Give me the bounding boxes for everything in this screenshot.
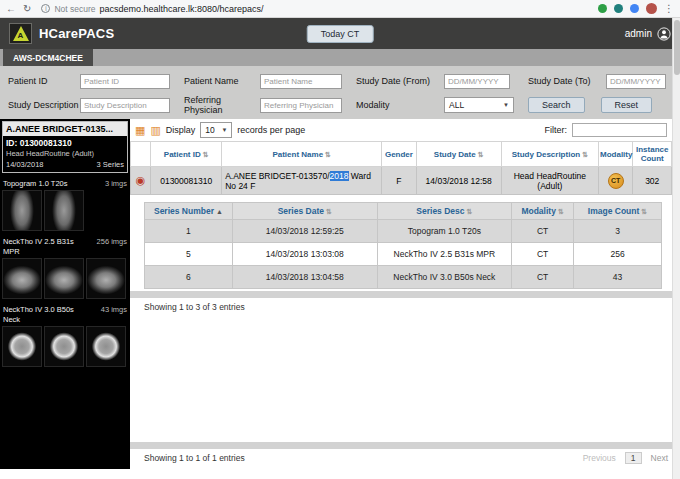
studies-col-instance-count[interactable]: Instance Count (633, 142, 672, 167)
study-date: 14/03/2018 12:58 (416, 167, 501, 195)
thumbnail-sidebar: A.ANEE BRIDGET-0135... ID: 01300081310 H… (0, 119, 130, 469)
series-thumbnail[interactable] (86, 326, 126, 367)
sort-icon: ⇅ (467, 208, 473, 215)
referring-physician-input[interactable] (260, 98, 342, 113)
next-page-button[interactable]: Next (651, 453, 668, 463)
series-date: 14/03/2018 13:04:58 (232, 266, 377, 289)
study-date-from-input[interactable] (444, 74, 510, 89)
studies-footer: Showing 1 to 1 of 1 entries Previous 1 N… (130, 449, 672, 469)
reset-button[interactable]: Reset (601, 97, 653, 113)
series-col-modality[interactable]: Modality⇅ (512, 203, 574, 220)
sort-icon: ⇅ (326, 208, 332, 215)
series-group-count: 3 imgs (105, 179, 127, 188)
series-thumbnail[interactable] (86, 258, 126, 299)
page-size-select[interactable]: 10 ▼ (200, 122, 232, 138)
extension-icon[interactable] (614, 4, 623, 13)
info-icon[interactable]: i (41, 4, 50, 13)
studies-col-modality[interactable]: Modality (599, 142, 633, 167)
series-col-desc[interactable]: Series Desc⇅ (377, 203, 511, 220)
patient-card-study-description: Head HeadRoutine (Adult) (6, 149, 124, 158)
series-table-row[interactable]: 514/03/2018 13:03:08NeckTho IV 2.5 B31s … (145, 243, 662, 266)
series-group-name: Topogram 1.0 T20s (3, 179, 67, 188)
modality-select[interactable]: ALL ▼ (444, 97, 514, 113)
series-thumbnail[interactable] (2, 326, 42, 367)
browser-chrome: ← ↻ i Not secure pacsdemo.healthcare.lk:… (0, 0, 680, 18)
record-icon[interactable]: ◉ (136, 174, 146, 186)
dropdown-caret-icon: ▼ (221, 127, 227, 133)
extension-icon[interactable] (598, 4, 607, 13)
search-button[interactable]: Search (528, 97, 585, 113)
browser-menu-icon[interactable]: ⋮ (664, 4, 674, 14)
url-text[interactable]: pacsdemo.healthcare.lk:8080/hcarepacs/ (100, 4, 264, 14)
series-thumbnail[interactable] (2, 258, 42, 299)
horizontal-scrollbar[interactable] (130, 291, 672, 298)
logo-letter: A (18, 31, 24, 40)
series-table-row[interactable]: 114/03/2018 12:59:25Topogram 1.0 T20sCT3 (145, 220, 662, 243)
series-thumbnail-groups: Topogram 1.0 T20s3 imgsNeckTho IV 2.5 B3… (2, 179, 128, 367)
series-number: 1 (145, 220, 233, 243)
studies-col-patient-id[interactable]: Patient ID⇅ (151, 142, 222, 167)
series-thumbnail[interactable] (44, 326, 84, 367)
sort-icon: ⇅ (203, 151, 209, 158)
series-image-count: 3 (574, 220, 662, 243)
patient-name-input[interactable] (260, 74, 342, 89)
studies-col-study-date[interactable]: Study Date⇅ (416, 142, 501, 167)
series-col-date[interactable]: Series Date⇅ (232, 203, 377, 220)
app-logo: A (9, 23, 32, 44)
series-thumbnail[interactable] (44, 258, 84, 299)
security-label: Not secure (54, 4, 95, 14)
studies-table: Patient ID⇅ Patient Name⇅ Gender Study D… (130, 141, 672, 195)
highlighted-text: 2018 (330, 171, 349, 181)
series-showing-text: Showing 1 to 3 of 3 entries (130, 298, 672, 314)
filter-input[interactable] (572, 123, 667, 137)
scrollbar-thumb[interactable] (674, 20, 680, 75)
user-menu[interactable]: admin (625, 27, 671, 41)
records-per-page-label: records per page (237, 125, 305, 135)
study-gender: F (382, 167, 416, 195)
browser-profile-avatar[interactable] (646, 3, 657, 14)
grid-view-icon[interactable]: ▦ (135, 125, 145, 136)
today-ct-button[interactable]: Today CT (307, 25, 374, 43)
previous-page-button[interactable]: Previous (583, 453, 616, 463)
studies-col-gender[interactable]: Gender (382, 142, 416, 167)
series-group-count: 43 imgs (101, 305, 127, 324)
dropdown-caret-icon: ▼ (503, 102, 509, 108)
back-icon[interactable]: ← (6, 4, 16, 14)
address-bar[interactable]: i Not secure pacsdemo.healthcare.lk:8080… (38, 4, 591, 14)
study-description-input[interactable] (80, 98, 170, 113)
studies-col-study-description[interactable]: Study Description⇅ (501, 142, 598, 167)
series-modality: CT (512, 220, 574, 243)
sort-icon: ⇅ (325, 151, 331, 158)
series-table-row[interactable]: 614/03/2018 13:04:58NeckTho IV 3.0 B50s … (145, 266, 662, 289)
series-col-number[interactable]: Series Number▲ (145, 203, 233, 220)
study-description-label: Study Description (8, 100, 80, 110)
content-area: A.ANEE BRIDGET-0135... ID: 01300081310 H… (0, 119, 680, 469)
series-thumbnail[interactable] (2, 190, 42, 231)
patient-card[interactable]: A.ANEE BRIDGET-0135... ID: 01300081310 H… (2, 121, 128, 173)
series-col-image-count[interactable]: Image Count⇅ (574, 203, 662, 220)
stack-view-icon[interactable]: ▥ (150, 125, 160, 136)
studies-col-patient-name[interactable]: Patient Name⇅ (222, 142, 382, 167)
display-label: Display (166, 125, 196, 135)
app-header: A HCarePACS Today CT admin (0, 18, 680, 49)
server-tab[interactable]: AWS-DCM4CHEE (3, 49, 93, 66)
vertical-scrollbar[interactable] (672, 18, 680, 479)
series-thumbnail[interactable] (44, 190, 84, 231)
series-date: 14/03/2018 13:03:08 (232, 243, 377, 266)
study-date-to-input[interactable] (606, 74, 666, 89)
study-row[interactable]: ◉ 01300081310 A.ANEE BRIDGET-013570/2018… (131, 167, 672, 195)
study-date-to-label: Study Date (To) (528, 76, 606, 86)
series-image-count: 43 (574, 266, 662, 289)
series-desc: NeckTho IV 2.5 B31s MPR (377, 243, 511, 266)
horizontal-scrollbar[interactable] (130, 442, 672, 449)
app-title: HCarePACS (39, 26, 114, 41)
search-row-2: Study Description Referring Physician Mo… (8, 97, 672, 113)
pagination: Previous 1 Next (583, 452, 668, 464)
series-group-name: NeckTho IV 3.0 B50s Neck (3, 305, 87, 324)
refresh-icon[interactable]: ↻ (23, 4, 31, 14)
page-number-button[interactable]: 1 (625, 452, 642, 464)
table-controls: ▦ ▥ Display 10 ▼ records per page Filter… (130, 119, 672, 141)
patient-id-input[interactable] (80, 74, 170, 89)
patient-card-name: A.ANEE BRIDGET-0135... (3, 122, 127, 136)
extension-icon[interactable] (630, 4, 639, 13)
